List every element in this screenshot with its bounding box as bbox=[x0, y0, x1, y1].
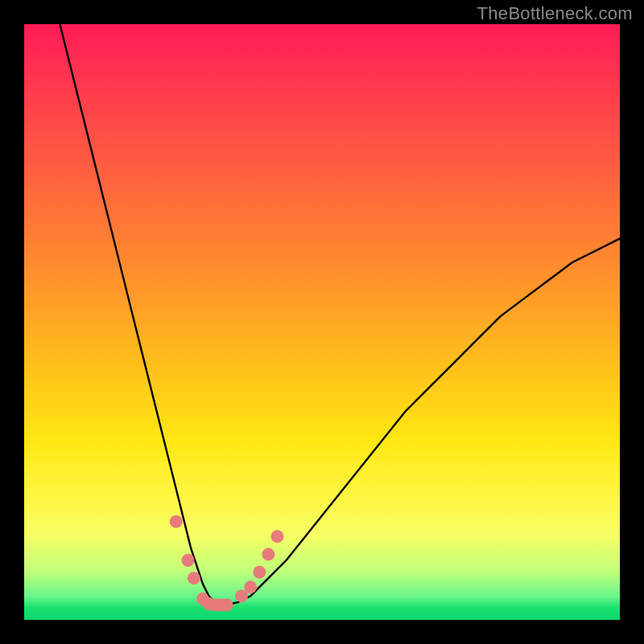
chart-frame: TheBottleneck.com bbox=[0, 0, 644, 644]
watermark-text: TheBottleneck.com bbox=[477, 3, 633, 24]
plot-area bbox=[24, 24, 620, 620]
